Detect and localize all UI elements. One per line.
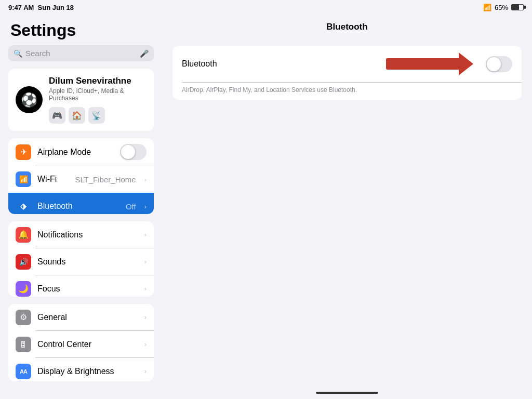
notifications-icon: 🔔 bbox=[16, 227, 31, 243]
home-bar bbox=[316, 392, 378, 394]
sidebar-item-general[interactable]: ⚙ General › bbox=[8, 304, 154, 331]
airplane-mode-toggle[interactable] bbox=[120, 144, 147, 160]
search-placeholder: Search bbox=[25, 49, 137, 58]
focus-label: Focus bbox=[37, 284, 136, 294]
arrow-head bbox=[459, 52, 473, 75]
profile-card[interactable]: ⚽ Dilum Senevirathne Apple ID, iCloud+, … bbox=[8, 69, 154, 131]
bluetooth-label: Bluetooth bbox=[37, 202, 119, 211]
status-time: 9:47 AM Sun Jun 18 bbox=[8, 4, 74, 11]
wifi-icon: 📶 bbox=[16, 171, 31, 187]
focus-chevron: › bbox=[144, 285, 147, 292]
focus-icon: 🌙 bbox=[16, 281, 31, 297]
notifications-label: Notifications bbox=[37, 230, 136, 240]
sounds-icon: 🔊 bbox=[16, 254, 31, 270]
content-header: Bluetooth bbox=[162, 15, 532, 37]
wifi-icon: 📶 bbox=[483, 4, 491, 11]
sidebar-item-focus[interactable]: 🌙 Focus › bbox=[8, 275, 154, 297]
general-chevron: › bbox=[144, 313, 147, 321]
display-brightness-label: Display & Brightness bbox=[37, 367, 136, 376]
status-bar: 9:47 AM Sun Jun 18 📶 65% bbox=[0, 0, 532, 15]
bluetooth-card: Bluetooth AirDrop, AirPlay, Find My, and… bbox=[172, 46, 522, 100]
main-layout: Settings 🔍 Search 🎤 ⚽ Dilum Senevirathne… bbox=[0, 15, 532, 399]
bluetooth-detail-toggle[interactable] bbox=[486, 56, 512, 72]
battery-percent: 65% bbox=[495, 4, 508, 11]
bluetooth-chevron: › bbox=[144, 203, 147, 210]
settings-group-connectivity: ✈ Airplane Mode 📶 Wi-Fi SLT_Fiber_Home ›… bbox=[8, 138, 154, 214]
profile-icon-2: 🏠 bbox=[69, 107, 85, 124]
profile-subtitle: Apple ID, iCloud+, Media & Purchases bbox=[49, 87, 147, 102]
sidebar-item-control-center[interactable]: 🎛 Control Center › bbox=[8, 331, 154, 358]
wifi-chevron: › bbox=[144, 176, 147, 183]
bluetooth-value: Off bbox=[126, 202, 136, 211]
mic-icon: 🎤 bbox=[140, 49, 149, 58]
battery-icon bbox=[511, 4, 524, 10]
settings-group-general: ⚙ General › 🎛 Control Center › AA Displa… bbox=[8, 304, 154, 381]
bluetooth-icon: ⬗ bbox=[16, 198, 31, 214]
sidebar-item-sounds[interactable]: 🔊 Sounds › bbox=[8, 248, 154, 275]
profile-icon-3: 📡 bbox=[88, 107, 105, 124]
arrow-shaft bbox=[386, 58, 459, 70]
bluetooth-setting-label: Bluetooth bbox=[182, 59, 380, 69]
settings-title: Settings bbox=[0, 15, 162, 45]
sidebar: Settings 🔍 Search 🎤 ⚽ Dilum Senevirathne… bbox=[0, 15, 162, 399]
wifi-label: Wi-Fi bbox=[37, 175, 69, 184]
general-icon: ⚙ bbox=[16, 310, 31, 325]
status-indicators: 📶 65% bbox=[483, 4, 524, 11]
sidebar-item-display-brightness[interactable]: AA Display & Brightness › bbox=[8, 358, 154, 381]
home-indicator bbox=[162, 387, 532, 399]
wifi-value: SLT_Fiber_Home bbox=[75, 175, 136, 184]
profile-avatar: ⚽ bbox=[16, 86, 43, 113]
display-brightness-chevron: › bbox=[144, 367, 147, 375]
settings-group-notifications: 🔔 Notifications › 🔊 Sounds › 🌙 Focus › ⏱… bbox=[8, 221, 154, 297]
sidebar-item-bluetooth[interactable]: ⬗ Bluetooth Off › bbox=[8, 193, 154, 214]
sounds-chevron: › bbox=[144, 258, 147, 265]
arrow-annotation bbox=[386, 52, 473, 75]
profile-icons: 🎮 🏠 📡 bbox=[49, 107, 147, 124]
control-center-label: Control Center bbox=[37, 340, 136, 349]
control-center-icon: 🎛 bbox=[16, 337, 31, 352]
sounds-label: Sounds bbox=[37, 257, 136, 267]
profile-icon-1: 🎮 bbox=[49, 107, 65, 124]
sidebar-item-airplane-mode[interactable]: ✈ Airplane Mode bbox=[8, 138, 154, 166]
bluetooth-row: Bluetooth bbox=[172, 46, 522, 82]
control-center-chevron: › bbox=[144, 340, 147, 348]
sidebar-item-wifi[interactable]: 📶 Wi-Fi SLT_Fiber_Home › bbox=[8, 166, 154, 193]
airplane-mode-icon: ✈ bbox=[16, 144, 31, 160]
notifications-chevron: › bbox=[144, 231, 147, 238]
display-brightness-icon: AA bbox=[16, 364, 31, 379]
general-label: General bbox=[37, 313, 136, 322]
airplane-mode-label: Airplane Mode bbox=[37, 148, 114, 157]
profile-name: Dilum Senevirathne bbox=[49, 76, 147, 86]
sidebar-item-notifications[interactable]: 🔔 Notifications › bbox=[8, 221, 154, 248]
search-icon: 🔍 bbox=[14, 49, 22, 58]
bluetooth-subtitle: AirDrop, AirPlay, Find My, and Location … bbox=[172, 82, 522, 100]
search-bar[interactable]: 🔍 Search 🎤 bbox=[8, 45, 154, 61]
content-panel: Bluetooth Bluetooth AirDrop, AirPlay, Fi… bbox=[162, 15, 532, 399]
content-body: Bluetooth AirDrop, AirPlay, Find My, and… bbox=[162, 37, 532, 387]
